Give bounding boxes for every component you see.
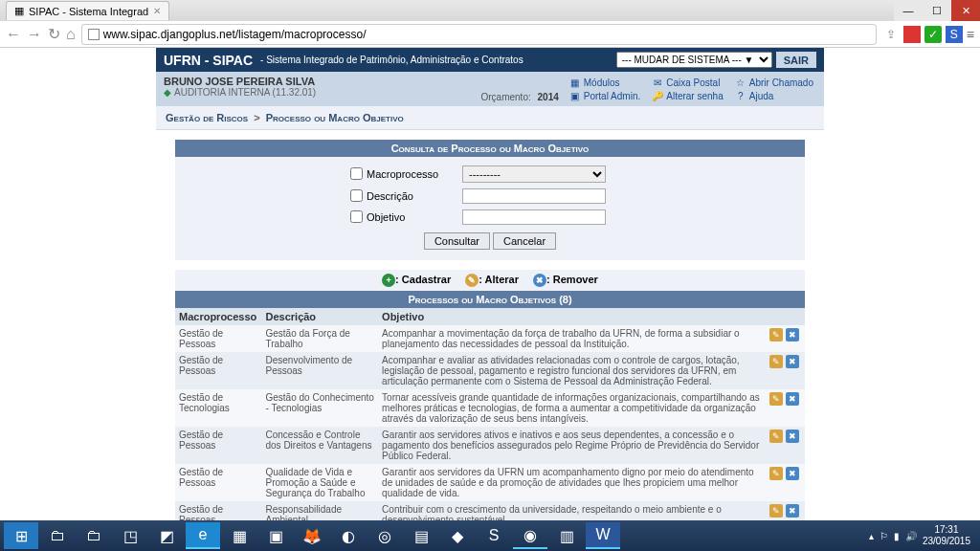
browser-tab[interactable]: ▦ SIPAC - Sistema Integrad ✕ bbox=[6, 1, 169, 20]
modules-icon: ▦ bbox=[569, 77, 581, 88]
task-ie[interactable]: e bbox=[186, 522, 220, 549]
row-delete-button[interactable]: ✖ bbox=[786, 430, 799, 443]
extension-icon-2[interactable]: S bbox=[946, 26, 963, 43]
link-caixa-postal[interactable]: ✉Caixa Postal bbox=[649, 76, 725, 89]
cell-macroprocesso: Gestão de Pessoas bbox=[175, 427, 262, 464]
cell-objetivo: Tornar acessíveis grande quantidade de i… bbox=[378, 389, 766, 427]
cell-objetivo: Acompanhar a movimentação da força de tr… bbox=[378, 325, 766, 352]
table-row: Gestão de PessoasQualidade de Vida e Pro… bbox=[175, 464, 805, 501]
task-app-8[interactable]: ◆ bbox=[440, 522, 475, 549]
row-delete-button[interactable]: ✖ bbox=[786, 392, 799, 406]
row-edit-button[interactable]: ✎ bbox=[769, 328, 783, 342]
page-content: UFRN - SIPAC - Sistema Integrado de Patr… bbox=[0, 48, 980, 520]
forward-button[interactable]: → bbox=[27, 26, 42, 43]
quick-links: ▦Módulos ✉Caixa Postal ☆Abrir Chamado ▣P… bbox=[567, 76, 816, 102]
table-row: Gestão de PessoasGestão da Força de Trab… bbox=[175, 325, 805, 352]
breadcrumb-item-1[interactable]: Gestão de Riscos bbox=[166, 112, 248, 123]
browser-tab-strip: ▦ SIPAC - Sistema Integrad ✕ — ☐ ✕ bbox=[0, 0, 980, 21]
tray-volume-icon[interactable]: 🔊 bbox=[905, 531, 917, 541]
table-row: Gestão de PessoasDesenvolvimento de Pess… bbox=[175, 352, 805, 389]
row-edit-button[interactable]: ✎ bbox=[769, 504, 783, 518]
task-app-7[interactable]: ▤ bbox=[404, 522, 438, 549]
row-delete-button[interactable]: ✖ bbox=[786, 355, 799, 368]
mailbox-icon: ✉ bbox=[652, 77, 663, 88]
window-minimize[interactable]: — bbox=[894, 0, 923, 21]
row-delete-button[interactable]: ✖ bbox=[786, 467, 799, 480]
admin-icon: ▣ bbox=[569, 90, 581, 101]
cell-macroprocesso: Gestão de Pessoas bbox=[175, 501, 262, 520]
password-icon: 🔑 bbox=[652, 90, 663, 101]
logout-button[interactable]: SAIR bbox=[776, 52, 816, 68]
link-portal-admin[interactable]: ▣Portal Admin. bbox=[567, 89, 643, 102]
chk-objetivo[interactable] bbox=[350, 210, 363, 223]
taskbar-clock[interactable]: 17:31 23/09/2015 bbox=[923, 524, 970, 547]
link-ajuda[interactable]: ?Ajuda bbox=[732, 89, 816, 102]
query-title: Consulta de Processo ou Macro Objetivo bbox=[175, 140, 805, 157]
row-edit-button[interactable]: ✎ bbox=[769, 355, 783, 368]
start-button[interactable]: ⊞ bbox=[4, 522, 38, 549]
system-select[interactable]: --- MUDAR DE SISTEMA --- ▼ bbox=[616, 52, 772, 68]
link-alterar-senha[interactable]: 🔑Alterar senha bbox=[649, 89, 725, 102]
task-app-1[interactable]: ◳ bbox=[113, 522, 147, 549]
task-app-6[interactable]: ◎ bbox=[368, 522, 402, 549]
budget-label: Orçamento: bbox=[480, 92, 530, 102]
table-row: Gestão de TecnologiasGestão do Conhecime… bbox=[175, 389, 805, 427]
cell-descricao: Responsabilidade Ambiental bbox=[262, 501, 379, 520]
ticket-icon: ☆ bbox=[735, 77, 746, 88]
reload-button[interactable]: ↻ bbox=[48, 25, 60, 43]
task-skype[interactable]: S bbox=[477, 522, 511, 549]
select-macroprocesso[interactable]: --------- bbox=[462, 165, 606, 183]
url-bar[interactable]: www.sipac.djangoplus.net/listagem/macrop… bbox=[81, 24, 877, 45]
extension-icons: ⇪ ✓ S ≡ bbox=[882, 26, 974, 43]
tray-network-icon[interactable]: ▮ bbox=[894, 531, 900, 541]
label-objetivo: Objetivo bbox=[367, 211, 462, 223]
link-modulos[interactable]: ▦Módulos bbox=[567, 76, 643, 89]
consultar-button[interactable]: Consultar bbox=[424, 232, 490, 250]
row-edit-button[interactable]: ✎ bbox=[769, 467, 783, 480]
row-edit-button[interactable]: ✎ bbox=[769, 430, 783, 443]
back-button[interactable]: ← bbox=[6, 26, 21, 43]
site-logo: UFRN - SIPAC bbox=[164, 53, 253, 68]
task-app-2[interactable]: ◩ bbox=[149, 522, 184, 549]
tray-up-icon[interactable]: ▴ bbox=[869, 531, 874, 541]
extension-icon[interactable]: ✓ bbox=[924, 26, 942, 43]
task-file-explorer[interactable]: 🗀 bbox=[40, 522, 75, 549]
window-controls: — ☐ ✕ bbox=[894, 0, 980, 21]
th-descricao: Descrição bbox=[262, 308, 379, 325]
cell-objetivo: Contribuir com o crescimento da universi… bbox=[378, 501, 766, 520]
chk-macroprocesso[interactable] bbox=[350, 167, 363, 180]
cancelar-button[interactable]: Cancelar bbox=[493, 232, 556, 250]
row-delete-button[interactable]: ✖ bbox=[786, 504, 799, 518]
task-app-5[interactable]: ◐ bbox=[331, 522, 366, 549]
table-row: Gestão de PessoasResponsabilidade Ambien… bbox=[175, 501, 805, 520]
remove-icon: ✖ bbox=[533, 274, 546, 287]
query-form: Consulta de Processo ou Macro Objetivo M… bbox=[156, 130, 824, 270]
adblock-icon[interactable] bbox=[903, 26, 921, 43]
cell-macroprocesso: Gestão de Pessoas bbox=[175, 325, 262, 352]
home-button[interactable]: ⌂ bbox=[66, 26, 76, 43]
input-objetivo[interactable] bbox=[462, 209, 606, 225]
task-folder[interactable]: 🗀 bbox=[77, 522, 111, 549]
window-close[interactable]: ✕ bbox=[951, 0, 980, 21]
row-delete-button[interactable]: ✖ bbox=[786, 328, 799, 342]
row-edit-button[interactable]: ✎ bbox=[769, 392, 783, 406]
close-icon[interactable]: ✕ bbox=[153, 6, 161, 16]
share-icon[interactable]: ⇪ bbox=[882, 26, 900, 43]
task-word[interactable]: W bbox=[586, 522, 620, 549]
site-subtitle: - Sistema Integrado de Patrimônio, Admin… bbox=[260, 55, 523, 65]
tray-flag-icon[interactable]: ⚐ bbox=[880, 531, 888, 541]
input-descricao[interactable] bbox=[462, 188, 606, 204]
user-name: BRUNO JOSE PEREIRA SILVA bbox=[164, 76, 480, 87]
cell-descricao: Concessão e Controle dos Direitos e Vant… bbox=[262, 427, 379, 464]
task-app-9[interactable]: ▥ bbox=[549, 522, 584, 549]
cell-descricao: Qualidade de Vida e Promoção a Saúde e S… bbox=[262, 464, 379, 501]
window-maximize[interactable]: ☐ bbox=[923, 0, 951, 21]
chk-descricao[interactable] bbox=[350, 189, 363, 202]
link-abrir-chamado[interactable]: ☆Abrir Chamado bbox=[732, 76, 816, 89]
menu-icon[interactable]: ≡ bbox=[967, 27, 974, 42]
task-app-3[interactable]: ▦ bbox=[222, 522, 256, 549]
task-app-4[interactable]: ▣ bbox=[258, 522, 293, 549]
system-tray[interactable]: ▴ ⚐ ▮ 🔊 17:31 23/09/2015 bbox=[869, 524, 976, 547]
task-firefox[interactable]: 🦊 bbox=[295, 522, 329, 549]
task-chrome[interactable]: ◉ bbox=[513, 522, 547, 549]
